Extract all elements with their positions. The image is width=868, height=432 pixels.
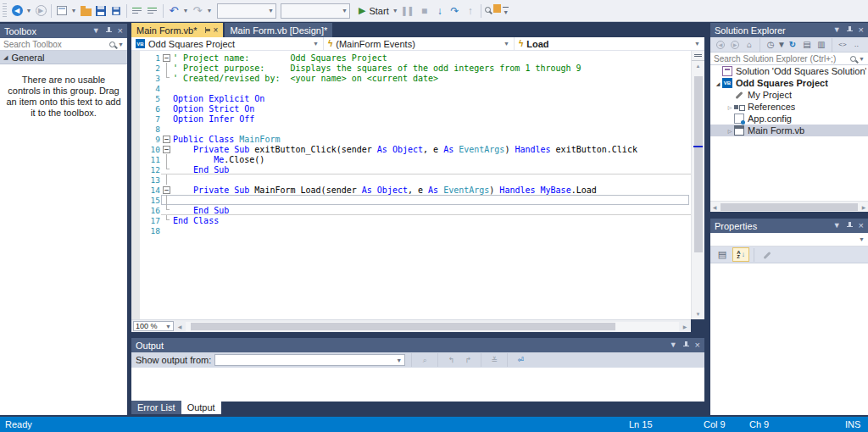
code-line[interactable]: 2' Project purpose: Displays the squares… (131, 63, 691, 73)
tree-item-my-project[interactable]: My Project (710, 89, 868, 101)
code-line[interactable]: 8 (131, 124, 691, 134)
code-line[interactable]: 17End Class (131, 215, 691, 225)
undo-dropdown[interactable]: ▼ (181, 3, 190, 19)
back-button[interactable]: ◀ (714, 38, 727, 52)
stop-button[interactable]: ■ (417, 3, 432, 19)
tab-main-form-vb-design[interactable]: Main Form.vb [Design]* (225, 23, 332, 37)
pause-button[interactable]: ▌▌ (402, 3, 417, 19)
close-icon[interactable]: × (214, 25, 219, 35)
new-project-button[interactable] (54, 3, 70, 19)
search-options-icon[interactable]: ▼ (859, 56, 865, 62)
lines-button-a[interactable] (130, 3, 145, 19)
home-icon[interactable]: ⌂ (743, 38, 756, 52)
code-line[interactable]: 6Option Strict On (131, 103, 691, 114)
status-character[interactable]: Ch 9 (749, 419, 769, 429)
expander-icon[interactable]: ◢ (714, 80, 722, 86)
code-line[interactable]: 5Option Explicit On (131, 93, 691, 103)
project-dropdown[interactable]: VB Odd Squares Project ▼ (131, 37, 324, 50)
window-menu-icon[interactable]: ▼ (92, 27, 100, 35)
tree-item-app-config[interactable]: App.config (710, 113, 868, 125)
navigate-backward-button[interactable]: ◀ (9, 3, 25, 19)
code-editor[interactable]: 1−' Project name: Odd Squares Project2' … (131, 51, 691, 319)
pin-icon[interactable] (847, 26, 853, 34)
expander-icon[interactable]: ▷ (726, 128, 734, 134)
scroll-up-icon[interactable]: ▲ (692, 61, 704, 71)
undo-button[interactable]: ↶ (166, 3, 181, 19)
scroll-left-icon[interactable]: ◀ (710, 202, 719, 212)
step-over-button[interactable]: ↷ (448, 3, 463, 19)
toolbar-overflow-button[interactable]: ▼ (501, 3, 511, 19)
tab-output[interactable]: Output (181, 401, 221, 414)
tree-item-references[interactable]: ▷References (710, 101, 868, 113)
status-insert-mode[interactable]: INS (845, 419, 860, 429)
next-message-icon[interactable]: ↱ (461, 354, 475, 366)
pin-icon[interactable] (847, 222, 853, 230)
tab-error-list[interactable]: Error List (131, 401, 181, 414)
word-wrap-icon[interactable]: ⏎ (514, 354, 527, 366)
code-line[interactable]: 12 End Sub (131, 164, 691, 174)
view-code-icon[interactable]: <> (836, 38, 849, 52)
toolbar-combo-1[interactable]: ▼ (217, 3, 276, 19)
close-icon[interactable]: × (859, 221, 864, 230)
pin-icon[interactable] (106, 27, 112, 35)
filter-dropdown[interactable]: ▼ (778, 38, 785, 52)
scrollbar-thumb[interactable] (694, 76, 703, 252)
navigate-forward-button[interactable]: ▶ (33, 3, 48, 19)
toolbar-combo-2[interactable]: ▼ (281, 3, 350, 19)
code-line[interactable]: 18 (131, 225, 691, 235)
properties-object-dropdown[interactable]: ▼ (710, 233, 868, 246)
navigate-backward-dropdown[interactable]: ▼ (25, 3, 33, 19)
code-line[interactable]: 10− Private Sub exitButton_Click(sender … (131, 144, 691, 154)
scroll-right-icon[interactable]: ▶ (681, 321, 689, 331)
output-content[interactable] (131, 368, 704, 402)
code-line[interactable]: 4 (131, 83, 691, 93)
show-output-from-dropdown[interactable]: ▼ (214, 354, 405, 366)
expander-icon[interactable]: ▷ (726, 104, 734, 110)
forward-button[interactable]: ▶ (728, 38, 742, 52)
window-menu-icon[interactable]: ▼ (833, 26, 841, 34)
save-button[interactable] (93, 3, 108, 19)
toolbox-search-input[interactable]: Search Toolbox ▼ (0, 38, 127, 51)
close-icon[interactable]: × (859, 25, 864, 35)
search-options-icon[interactable]: ▼ (118, 42, 124, 47)
pending-changes-filter-icon[interactable]: ◷ (764, 38, 777, 52)
window-menu-icon[interactable]: ▼ (670, 341, 677, 349)
redo-dropdown[interactable]: ▼ (205, 3, 214, 19)
scrollbar-thumb[interactable] (721, 203, 858, 211)
editor-horizontal-scrollbar[interactable] (186, 322, 679, 331)
status-line[interactable]: Ln 15 (629, 419, 653, 429)
new-project-dropdown[interactable]: ▼ (70, 3, 78, 19)
events-dropdown[interactable]: ϟ (MainForm Events) ▼ (324, 37, 515, 50)
fold-collapse-icon[interactable]: − (160, 144, 173, 154)
splitter-handle-icon[interactable] (692, 51, 704, 61)
start-debug-button[interactable]: ▶ Start ▼ (355, 3, 402, 19)
handler-dropdown[interactable]: ϟ Load ▼ (515, 37, 704, 50)
scrollbar-thumb[interactable] (191, 323, 615, 330)
fold-collapse-icon[interactable]: − (160, 185, 173, 195)
solution-horizontal-scrollbar[interactable]: ◀ ▶ (710, 201, 868, 212)
window-menu-icon[interactable]: ▼ (833, 222, 841, 230)
close-icon[interactable]: × (695, 341, 700, 350)
toolbar-overflow-icon[interactable]: ‥ (850, 38, 864, 52)
clear-all-icon[interactable]: ≚ (487, 354, 501, 366)
lines-button-b[interactable] (145, 3, 160, 19)
redo-button[interactable]: ↷ (190, 3, 205, 19)
fold-collapse-icon[interactable]: − (160, 134, 173, 144)
tree-item-main-form-vb[interactable]: ▷Main Form.vb (710, 125, 868, 136)
refresh-icon[interactable]: ↻ (786, 38, 799, 52)
tab-main-form-vb[interactable]: Main Form.vb* × (131, 23, 223, 37)
collapse-all-icon[interactable]: ▤ (800, 38, 814, 52)
start-dropdown[interactable]: ▼ (392, 8, 398, 14)
categorized-icon[interactable]: ▤ (714, 247, 731, 262)
step-out-button[interactable]: ↑ (463, 3, 478, 19)
pin-icon[interactable] (683, 341, 689, 349)
toolbar-grip[interactable] (3, 3, 7, 19)
code-line[interactable]: 9−Public Class MainForm (131, 134, 691, 144)
scroll-left-icon[interactable]: ◀ (175, 321, 184, 331)
code-line[interactable]: 1−' Project name: Odd Squares Project (131, 53, 691, 63)
tree-item-solution-odd-squares-solution-1-proj[interactable]: Solution 'Odd Squares Solution' (1 proj (710, 65, 868, 77)
code-line[interactable]: 16 End Sub (131, 205, 691, 215)
step-into-button[interactable]: ↓ (432, 3, 448, 19)
save-all-button[interactable] (108, 3, 124, 19)
code-line[interactable]: 7Option Infer Off (131, 114, 691, 124)
